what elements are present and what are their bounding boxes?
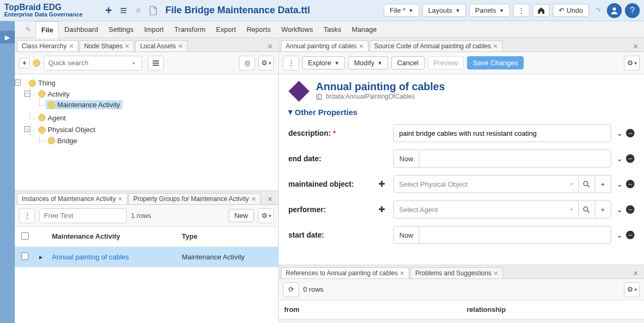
file-title: File Bridge Maintenance Data.ttl (165, 5, 381, 16)
file-icon (147, 5, 159, 16)
brand-title: TopBraid EDG (4, 3, 83, 12)
file-title-link[interactable]: File Bridge Maintenance Data.ttl (165, 5, 310, 16)
kebab-button[interactable]: ⋮ (513, 4, 530, 17)
home-button[interactable] (533, 4, 550, 17)
help-icon[interactable]: ? (625, 3, 640, 18)
redo-icon: ↷ (592, 5, 604, 16)
hamburger-icon[interactable]: ≡ (118, 5, 129, 16)
brand-subtitle: Enterprise Data Governance (4, 12, 83, 18)
top-bar: TopBraid EDG Enterprise Data Governance … (0, 0, 644, 21)
star-icon[interactable]: ☆ (133, 5, 144, 16)
panels-button[interactable]: Panels▼ (469, 4, 510, 17)
layouts-button[interactable]: Layouts▼ (422, 4, 466, 17)
plus-icon[interactable]: + (103, 5, 114, 16)
svg-point-0 (613, 7, 616, 11)
undo-button[interactable]: ↶ Undo (553, 4, 589, 17)
file-menu-button[interactable]: File *▼ (384, 4, 419, 17)
user-icon[interactable] (607, 3, 622, 18)
brand: TopBraid EDG Enterprise Data Governance (4, 3, 83, 18)
